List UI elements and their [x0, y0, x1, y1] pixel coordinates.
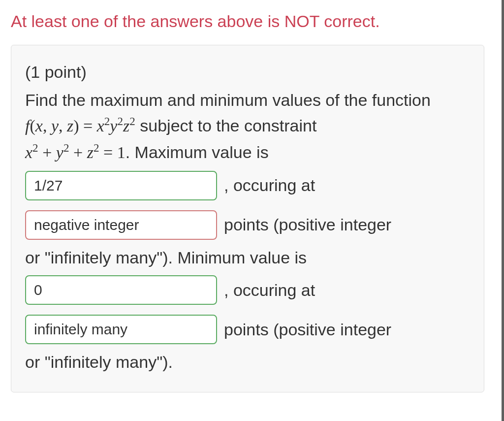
input-min-points[interactable]: infinitely many: [25, 315, 217, 344]
prompt-function-line: f(x, y, z) = x2y2z2 subject to the const…: [25, 113, 470, 139]
input-max-value[interactable]: 1/27: [25, 171, 217, 200]
occuring-at-1: , occuring at: [224, 176, 315, 195]
problem-card: (1 point) Find the maximum and minimum v…: [11, 45, 484, 392]
page: At least one of the answers above is NOT…: [0, 0, 504, 421]
points-hint-1: points (positive integer: [224, 215, 391, 234]
points-label: (1 point): [25, 59, 470, 85]
occuring-at-2: , occuring at: [224, 281, 315, 300]
answer-row-max-value: 1/27 , occuring at: [25, 166, 470, 205]
error-banner: At least one of the answers above is NOT…: [11, 12, 493, 31]
or-inf-many-mid: or "infinitely many"). Minimum value is: [25, 245, 470, 271]
max-value-label: . Maximum value is: [126, 143, 269, 162]
subject-to-text: subject to the constraint: [135, 116, 317, 135]
math-f-lhs: f(x, y, z) =: [25, 117, 97, 135]
input-max-points[interactable]: negative integer: [25, 210, 217, 240]
points-hint-2: points (positive integer: [224, 320, 391, 339]
prompt-line-1: Find the maximum and minimum values of t…: [25, 87, 470, 113]
prompt-constraint-line: x2 + y2 + z2 = 1. Maximum value is: [25, 139, 470, 166]
math-constraint: x2 + y2 + z2 = 1: [25, 143, 126, 162]
math-f-rhs: x2y2z2: [97, 117, 135, 135]
input-min-value[interactable]: 0: [25, 275, 217, 305]
answer-row-min-value: 0 , occuring at: [25, 270, 470, 310]
answer-row-max-points: negative integer points (positive intege…: [25, 205, 470, 245]
answer-row-min-points: infinitely many points (positive integer: [25, 310, 470, 349]
or-inf-many-end: or "infinitely many").: [25, 349, 470, 375]
